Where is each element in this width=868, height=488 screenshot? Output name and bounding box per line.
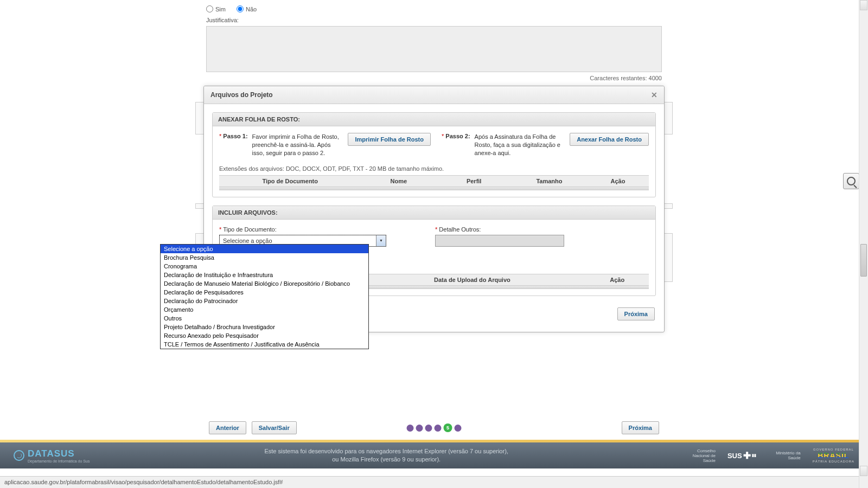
extensions-note: Extensões dos arquivos: DOC, DOCX, ODT, … xyxy=(219,165,649,172)
dropdown-option[interactable]: Recurso Anexado pelo Pesquisador xyxy=(161,331,368,340)
justification-section: Sim Não Justificativa: Caracteres restan… xyxy=(195,0,673,87)
close-icon[interactable]: ✕ xyxy=(651,91,658,99)
tipo-doc-label: Tipo de Documento: xyxy=(223,226,277,233)
step-indicator: 5 xyxy=(407,423,462,432)
tipo-documento-dropdown[interactable]: Selecione a opção Brochura Pesquisa Cron… xyxy=(160,244,369,349)
step1-desc: Favor imprimir a Folha de Rosto, preench… xyxy=(252,133,344,157)
dropdown-option[interactable]: Declaração do Patrocinador xyxy=(161,297,368,305)
proxima-main-button[interactable]: Próxima xyxy=(622,421,659,434)
ms-label: Ministério da Saúde xyxy=(768,451,801,460)
dropdown-option[interactable]: Declaração de Pesquisadores xyxy=(161,288,368,297)
panel-anexar-header: ANEXAR FOLHA DE ROSTO: xyxy=(213,113,655,126)
vertical-scrollbar[interactable] xyxy=(859,0,868,488)
dropdown-option[interactable]: Selecione a opção xyxy=(161,245,368,253)
modal-proxima-button[interactable]: Próxima xyxy=(617,307,655,320)
zoom-button[interactable] xyxy=(843,173,859,189)
dropdown-option[interactable]: Declaração de Instituição e Infraestrutu… xyxy=(161,271,368,279)
char-counter: Caracteres restantes: 4000 xyxy=(206,75,662,81)
dropdown-option[interactable]: Cronograma xyxy=(161,262,368,271)
step-dot[interactable] xyxy=(416,425,423,432)
magnify-icon xyxy=(847,177,856,185)
step2-desc: Após a Assinatura da Folha de Rosto, faç… xyxy=(475,133,566,157)
panel-incluir-header: INCLUIR ARQUIVOS: xyxy=(213,206,655,220)
dropdown-option[interactable]: Declaração de Manuseio Material Biológic… xyxy=(161,279,368,288)
table-empty-row xyxy=(219,187,649,190)
sus-logo: SUS✚▮▮ xyxy=(727,450,756,461)
page-footer: DATASUS Departamento de Informática do S… xyxy=(0,442,868,468)
docs-table-header: Tipo de Documento Nome Perfil Tamanho Aç… xyxy=(219,175,649,187)
dropdown-option[interactable]: Orçamento xyxy=(161,305,368,314)
dropdown-option[interactable]: Brochura Pesquisa xyxy=(161,253,368,262)
anterior-button[interactable]: Anterior xyxy=(209,421,246,434)
radio-sim[interactable]: Sim xyxy=(206,5,226,12)
datasus-logo: DATASUS Departamento de Informática do S… xyxy=(14,448,90,463)
brasil-logo: GOVERNO FEDERAL BRASIL PÁTRIA EDUCADORA xyxy=(813,448,854,463)
cns-label: Conselho Nacional de Saúde xyxy=(683,448,716,463)
chevron-down-icon: ▼ xyxy=(376,235,386,246)
footer-text-1: Este sistema foi desenvolvido para os na… xyxy=(264,447,508,455)
scroll-thumb[interactable] xyxy=(860,244,867,277)
step1-label: Passo 1: xyxy=(223,133,247,139)
detalhe-outros-input[interactable] xyxy=(435,235,564,247)
salvar-button[interactable]: Salvar/Sair xyxy=(252,421,297,434)
dropdown-option[interactable]: Outros xyxy=(161,314,368,323)
step-dot-active[interactable]: 5 xyxy=(444,423,452,432)
justify-textarea[interactable] xyxy=(206,26,662,72)
footer-text-2: ou Mozilla Firefox (versão 9 ou superior… xyxy=(264,455,508,464)
justify-label: Justificativa: xyxy=(206,17,662,23)
step-dot[interactable] xyxy=(435,425,442,432)
radio-nao[interactable]: Não xyxy=(237,5,257,12)
step-dot[interactable] xyxy=(455,425,462,432)
step2-label: Passo 2: xyxy=(445,133,470,139)
datasus-icon xyxy=(14,450,24,461)
modal-title: Arquivos do Projeto xyxy=(210,91,273,99)
attach-folha-button[interactable]: Anexar Folha de Rosto xyxy=(570,133,649,146)
dropdown-option[interactable]: Projeto Detalhado / Brochura Investigado… xyxy=(161,323,368,331)
step-dot[interactable] xyxy=(425,425,432,432)
dropdown-option[interactable]: TCLE / Termos de Assentimento / Justific… xyxy=(161,340,368,349)
print-folha-button[interactable]: Imprimir Folha de Rosto xyxy=(348,133,431,146)
step-dot[interactable] xyxy=(407,425,414,432)
browser-status-bar: aplicacao.saude.gov.br/plataformabrasil/… xyxy=(0,476,868,488)
detalhe-label: Detalhe Outros: xyxy=(439,226,481,233)
